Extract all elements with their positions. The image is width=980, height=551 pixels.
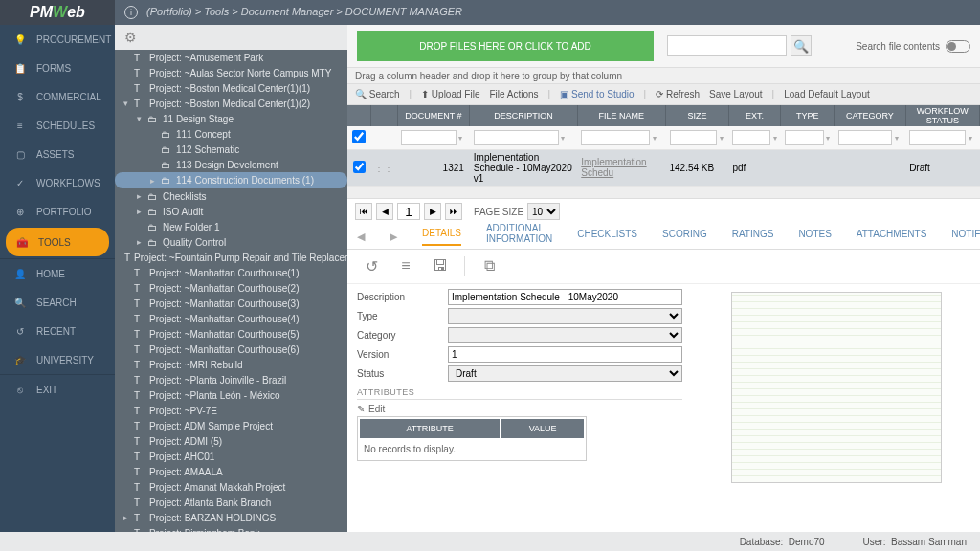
col-header[interactable]: FILE NAME	[577, 105, 665, 126]
tab-attachments[interactable]: ATTACHMENTS	[857, 229, 927, 245]
search-contents-toggle[interactable]	[946, 40, 970, 53]
tree-node[interactable]: ▸🗀114 Construction Documents (1)	[115, 172, 347, 188]
pager-last[interactable]: ⏭	[445, 203, 462, 220]
filter-input[interactable]	[401, 130, 457, 145]
table-row[interactable]: ⋮⋮ 1321 Implementation Schedule - 10May2…	[347, 149, 980, 186]
tb-refresh[interactable]: ⟳ Refresh	[656, 89, 700, 99]
tree-node[interactable]: 🗀113 Design Develoment	[115, 157, 347, 172]
tree-node[interactable]: TProject: ADMI (5)	[115, 433, 347, 449]
tree-node[interactable]: TProject: ~Planta Joinville - Brazil	[115, 372, 347, 387]
nav-recent[interactable]: ↺RECENT	[0, 317, 115, 345]
tree-settings-icon[interactable]: ⚙	[124, 30, 137, 45]
tree-node[interactable]: TProject: ~Planta León - México	[115, 387, 347, 403]
save-icon[interactable]: 🖫	[430, 255, 451, 276]
select-all-checkbox[interactable]	[352, 129, 366, 144]
category-select[interactable]	[448, 327, 682, 343]
tree-node[interactable]: ▸🗀Quality Control	[115, 234, 347, 250]
nav-forms[interactable]: 📋FORMS	[0, 54, 115, 82]
tree-node[interactable]: 🗀New Folder 1	[115, 219, 347, 234]
row-checkbox[interactable]	[353, 161, 366, 173]
nav-workflows[interactable]: ✓WORKFLOWS	[0, 168, 115, 197]
tb-load-default[interactable]: Load Default Layout	[784, 89, 870, 99]
file-link[interactable]: Implementation Schedu	[581, 157, 646, 178]
tree-node[interactable]: TProject: AMAALA	[115, 464, 347, 479]
group-by-bar[interactable]: Drag a column header and drop it here to…	[347, 67, 980, 84]
tree-node[interactable]: TProject: ~Aulas Sector Norte Campus MTY	[115, 65, 347, 80]
col-header[interactable]: SIZE	[666, 105, 729, 126]
tree-node[interactable]: TProject: Birmingham Bank	[115, 525, 347, 532]
tb-send-studio[interactable]: ▣ Send to Studio	[560, 89, 634, 99]
nav-tools[interactable]: 🧰TOOLS	[6, 228, 109, 256]
pager-size-select[interactable]: 10	[527, 203, 560, 220]
info-icon[interactable]: i	[124, 6, 138, 19]
tb-file-actions[interactable]: File Actions	[489, 89, 538, 99]
filter-input[interactable]	[670, 130, 717, 145]
tab-checklists[interactable]: CHECKLISTS	[577, 229, 637, 245]
status-select[interactable]: Draft	[448, 365, 682, 382]
nav-assets[interactable]: ▢ASSETS	[0, 140, 115, 168]
tabs-prev-icon[interactable]: ◀	[357, 231, 365, 243]
col-header[interactable]: EXT.	[728, 105, 780, 126]
tree-node[interactable]: TProject: ~Manhattan Courthouse(5)	[115, 326, 347, 342]
tab-notification[interactable]: NOTIFICATION	[951, 229, 980, 245]
tree-node[interactable]: TProject: ~Manhattan Courthouse(3)	[115, 296, 347, 311]
filter-input[interactable]	[838, 130, 892, 145]
version-field[interactable]	[448, 346, 682, 363]
tree-node[interactable]: ▸🗀ISO Audit	[115, 204, 347, 219]
tree-node[interactable]: TProject: ~Manhattan Courthouse(6)	[115, 342, 347, 357]
tab-additional-information[interactable]: ADDITIONAL INFORMATION	[486, 223, 552, 250]
tb-save-layout[interactable]: Save Layout	[709, 89, 763, 99]
drag-icon[interactable]: ⋮⋮	[370, 149, 397, 186]
type-select[interactable]	[448, 308, 682, 324]
nav-exit[interactable]: ⎋EXIT	[0, 375, 115, 404]
filter-input[interactable]	[732, 130, 769, 145]
tree-node[interactable]: TProject: ~Manhattan Courthouse(4)	[115, 311, 347, 326]
filter-input[interactable]	[785, 130, 824, 145]
col-header[interactable]: DESCRIPTION	[470, 105, 577, 126]
tree-node[interactable]: TProject: ADM Sample Project	[115, 418, 347, 433]
tab-details[interactable]: DETAILS	[422, 228, 461, 246]
tree-node[interactable]: 🗀111 Concept	[115, 126, 347, 142]
tree-node[interactable]: TProject: ~Manhattan Courthouse(2)	[115, 280, 347, 296]
tb-upload[interactable]: ⬆ Upload File	[421, 89, 479, 99]
open-external-icon[interactable]: ⧉	[479, 255, 500, 276]
tree-node[interactable]: ▾🗀11 Design Stage	[115, 111, 347, 126]
search-button[interactable]: 🔍	[791, 35, 812, 56]
tab-ratings[interactable]: RATINGS	[732, 229, 774, 245]
col-header[interactable]	[370, 105, 397, 126]
col-header[interactable]: WORKFLOW STATUS	[905, 105, 979, 126]
nav-commercial[interactable]: $COMMERCIAL	[0, 82, 115, 111]
pager-page-input[interactable]	[397, 203, 420, 220]
tree-node[interactable]: TProject: ~Amusement Park	[115, 50, 347, 65]
tab-notes[interactable]: NOTES	[798, 229, 831, 245]
tb-search[interactable]: 🔍 Search	[355, 89, 399, 99]
col-header[interactable]: DOCUMENT #	[397, 105, 470, 126]
history-icon[interactable]: ↺	[361, 255, 382, 276]
tabs-next-icon[interactable]: ▶	[390, 231, 397, 243]
pager-first[interactable]: ⏮	[355, 203, 372, 220]
edit-link[interactable]: ✎ Edit	[357, 402, 682, 416]
tree-node[interactable]: TProject: ~PV-7E	[115, 403, 347, 418]
tree-node[interactable]: TProject: Amanat Makkah Project	[115, 479, 347, 495]
tree-node[interactable]: TProject: ~Manhattan Courthouse(1)	[115, 265, 347, 280]
filter-input[interactable]	[474, 130, 559, 145]
pager-next[interactable]: ▶	[424, 203, 441, 220]
nav-home[interactable]: 👤HOME	[0, 259, 115, 288]
tree-node[interactable]: TProject: ~MRI Rebuild	[115, 357, 347, 372]
nav-procurement[interactable]: 💡PROCUREMENT	[0, 25, 115, 54]
nav-university[interactable]: 🎓UNIVERSITY	[0, 345, 115, 374]
file-search-input[interactable]	[667, 35, 787, 56]
tree-node[interactable]: 🗀112 Schematic	[115, 142, 347, 157]
tab-scoring[interactable]: SCORING	[662, 229, 707, 245]
description-field[interactable]	[448, 289, 682, 305]
tree-node[interactable]: ▸TProject: BARZAN HOLDINGS	[115, 510, 347, 525]
nav-search[interactable]: 🔍SEARCH	[0, 288, 115, 317]
grid-hscroll[interactable]	[347, 187, 980, 198]
filter-input[interactable]	[581, 130, 650, 145]
tree-node[interactable]: TProject: Atlanta Bank Branch	[115, 495, 347, 510]
nav-portfolio[interactable]: ⊕PORTFOLIO	[0, 197, 115, 226]
tree-node[interactable]: ▸🗀Checklists	[115, 188, 347, 204]
tree-node[interactable]: TProject: AHC01	[115, 449, 347, 464]
tree-node[interactable]: TProject: ~Boston Medical Center(1)(1)	[115, 80, 347, 96]
document-preview[interactable]	[702, 288, 970, 529]
